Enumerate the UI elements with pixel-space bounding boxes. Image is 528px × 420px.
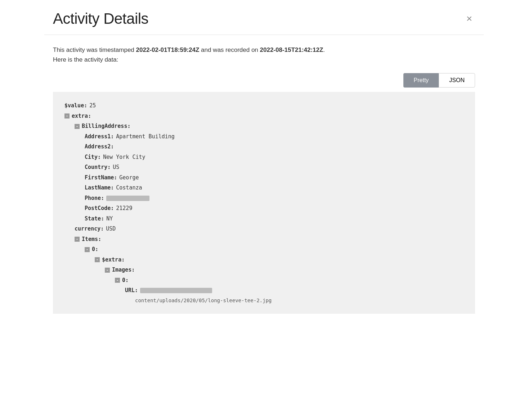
lastname-row: LastName: Costanza: [85, 183, 464, 193]
item0-children: - $extra: -: [85, 255, 464, 296]
img0-children: URL:: [115, 285, 464, 296]
address2-row: Address2:: [85, 142, 464, 152]
item0-key: 0:: [92, 244, 98, 255]
country-row: Country: US: [85, 162, 464, 173]
firstname-row: FirstName: George: [85, 173, 464, 183]
state-val: NY: [106, 214, 113, 224]
address1-val: Apartment Building: [116, 131, 175, 142]
img0-key: 0:: [122, 275, 129, 286]
value-key: $value:: [64, 100, 87, 111]
currency-key: currency:: [75, 224, 104, 234]
sextra-key: $extra:: [102, 255, 125, 265]
lastname-val: Costanza: [116, 183, 142, 193]
data-panel: $value: 25 - extra: - BillingAddress:: [53, 92, 475, 314]
tree-value-row: $value: 25: [64, 100, 464, 111]
address2-key: Address2:: [85, 142, 114, 152]
items-collapse-icon[interactable]: -: [75, 237, 80, 242]
activity-description: This activity was timestamped 2022-02-01…: [53, 45, 475, 64]
images-collapse-icon[interactable]: -: [105, 268, 110, 273]
items-key: Items:: [82, 234, 101, 245]
country-key: Country:: [85, 162, 111, 173]
tree-extra: - extra: - BillingAddress: Address1:: [64, 111, 464, 296]
phone-redacted: [106, 196, 149, 201]
postcode-row: PostCode: 21229: [85, 203, 464, 214]
modal-title: Activity Details: [53, 10, 148, 27]
billing-key: BillingAddress:: [82, 121, 130, 131]
tree-images: - Images:: [105, 265, 464, 296]
tree-items: - Items: - 0:: [75, 234, 464, 296]
items-children: - 0: - $extra:: [75, 244, 464, 296]
billing-children: Address1: Apartment Building Address2: C…: [75, 131, 464, 224]
modal-body: This activity was timestamped 2022-02-01…: [44, 35, 484, 314]
images-key: Images:: [112, 265, 135, 275]
modal-header: Activity Details ×: [44, 0, 484, 35]
postcode-val: 21229: [116, 203, 132, 214]
description-prefix: This activity was timestamped: [53, 46, 136, 53]
description-suffix: .: [323, 46, 325, 53]
view-toggle: Pretty JSON: [53, 73, 475, 88]
url-key: URL:: [125, 285, 138, 296]
json-button[interactable]: JSON: [439, 73, 475, 88]
extra-collapse-icon[interactable]: -: [64, 113, 70, 119]
country-val: US: [113, 162, 119, 173]
tree-item0: - 0: - $extra:: [85, 244, 464, 296]
tree-billing-address: - BillingAddress: Address1: Apartment Bu…: [75, 121, 464, 224]
description-middle: and was recorded on: [199, 46, 260, 53]
city-key: City:: [85, 152, 101, 162]
state-key: State:: [85, 214, 104, 224]
sextra-collapse-icon[interactable]: -: [95, 257, 100, 262]
url-row: URL:: [125, 285, 464, 296]
address1-key: Address1:: [85, 131, 114, 142]
timestamp2: 2022-08-15T21:42:12Z: [260, 46, 323, 53]
tree-img0: - 0: URL:: [115, 275, 464, 296]
timestamp1: 2022-02-01T18:59:24Z: [136, 46, 200, 53]
billing-collapse-icon[interactable]: -: [75, 124, 80, 129]
firstname-val: George: [119, 173, 139, 183]
extra-key: extra:: [72, 111, 91, 121]
value-val: 25: [89, 100, 96, 111]
lastname-key: LastName:: [85, 183, 114, 193]
phone-key: Phone:: [85, 193, 104, 204]
postcode-key: PostCode:: [85, 203, 114, 214]
currency-val: USD: [106, 224, 116, 234]
city-val: New York City: [103, 152, 145, 162]
url-redacted: [140, 288, 212, 293]
close-button[interactable]: ×: [464, 12, 475, 25]
tree-sextra: - $extra: -: [95, 255, 464, 296]
currency-row: currency: USD: [75, 224, 464, 234]
img0-collapse-icon[interactable]: -: [115, 278, 120, 283]
description-line2: Here is the activity data:: [53, 56, 118, 63]
close-icon: ×: [466, 13, 472, 24]
url-partial-text: content/uploads/2020/05/long-sleeve-tee-…: [135, 296, 272, 305]
url-partial-row: content/uploads/2020/05/long-sleeve-tee-…: [64, 296, 464, 305]
item0-collapse-icon[interactable]: -: [85, 247, 90, 252]
phone-row: Phone:: [85, 193, 464, 204]
images-children: - 0: URL:: [105, 275, 464, 296]
city-row: City: New York City: [85, 152, 464, 162]
address1-row: Address1: Apartment Building: [85, 131, 464, 142]
sextra-children: - Images:: [95, 265, 464, 296]
firstname-key: FirstName:: [85, 173, 117, 183]
state-row: State: NY: [85, 214, 464, 224]
pretty-button[interactable]: Pretty: [403, 73, 439, 88]
extra-children: - BillingAddress: Address1: Apartment Bu…: [64, 121, 464, 296]
